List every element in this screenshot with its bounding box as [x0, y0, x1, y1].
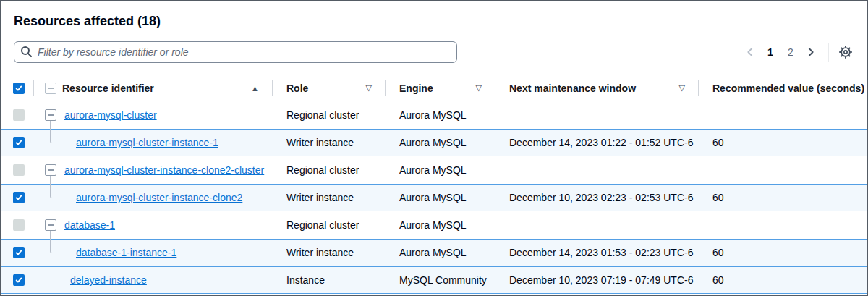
- value-cell: 60: [698, 130, 867, 156]
- value-cell: 60: [698, 240, 867, 266]
- sort-icon-value[interactable]: ▽: [864, 83, 868, 93]
- column-header-resource[interactable]: Resource identifier ▲: [33, 75, 272, 101]
- role-cell: Regional cluster: [272, 101, 385, 129]
- table-row: aurora-mysql-cluster-instance-clone2 Wri…: [1, 184, 867, 211]
- tree-connector: [50, 184, 71, 198]
- select-all-checkbox[interactable]: [13, 83, 25, 94]
- table-row: aurora-mysql-cluster Regional cluster Au…: [1, 101, 867, 129]
- table-row: aurora-mysql-cluster-instance-1 Writer i…: [1, 129, 867, 156]
- engine-cell: MySQL Community: [385, 267, 495, 293]
- row-checkbox[interactable]: [13, 192, 25, 203]
- collapse-row-icon[interactable]: [45, 164, 56, 176]
- window-cell: [495, 211, 698, 239]
- table-toolbar: 1 2: [1, 41, 867, 64]
- column-label-engine: Engine: [399, 83, 433, 94]
- column-header-engine[interactable]: Engine ▽: [385, 75, 495, 101]
- window-cell: [495, 101, 698, 129]
- table-row: database-1 Regional cluster Aurora MySQL: [1, 211, 867, 239]
- checkmark-icon: [14, 84, 23, 93]
- collapse-row-icon[interactable]: [45, 219, 56, 231]
- sort-icon-window[interactable]: ▽: [672, 83, 685, 93]
- page-button-2[interactable]: 2: [782, 43, 799, 61]
- resource-link[interactable]: aurora-mysql-cluster-instance-clone2-clu…: [33, 164, 264, 176]
- window-cell: December 14, 2023 01:53 - 02:23 UTC-6: [495, 240, 698, 266]
- value-cell: [698, 211, 867, 239]
- gear-icon: [838, 45, 853, 59]
- value-cell: 60: [698, 185, 867, 211]
- checkmark-icon: [14, 248, 23, 257]
- table-row: delayed-instance Instance MySQL Communit…: [1, 266, 867, 294]
- filter-container: [14, 41, 457, 63]
- header-select-cell: [1, 75, 33, 101]
- window-cell: December 10, 2023 02:23 - 02:53 UTC-6: [495, 185, 698, 211]
- toolbar-divider: [828, 43, 829, 62]
- collapse-all-icon[interactable]: [45, 83, 56, 94]
- role-cell: Regional cluster: [272, 211, 385, 239]
- row-checkbox-disabled: [13, 219, 25, 231]
- column-label-resource: Resource identifier: [62, 83, 154, 94]
- tree-connector: [50, 239, 71, 253]
- value-cell: [698, 101, 867, 129]
- sort-icon-engine[interactable]: ▽: [469, 83, 482, 93]
- engine-cell: Aurora MySQL: [385, 211, 495, 239]
- role-cell: Instance: [272, 267, 385, 293]
- page-button-1[interactable]: 1: [762, 43, 779, 61]
- value-cell: [698, 156, 867, 184]
- engine-cell: Aurora MySQL: [385, 101, 495, 129]
- role-cell: Regional cluster: [272, 156, 385, 184]
- checkmark-icon: [14, 276, 23, 284]
- role-cell: Writer instance: [272, 240, 385, 266]
- pagination: 1 2: [741, 43, 820, 61]
- resources-affected-panel: Resources affected (18) 1 2: [0, 0, 868, 296]
- row-checkbox-disabled: [13, 109, 25, 121]
- next-page-button[interactable]: [802, 43, 820, 61]
- table-header-row: Resource identifier ▲ Role ▽ Engine ▽ Ne…: [1, 75, 867, 101]
- sort-ascending-icon[interactable]: ▲: [244, 84, 259, 93]
- checkmark-icon: [14, 193, 23, 202]
- sort-icon-role[interactable]: ▽: [359, 83, 372, 93]
- engine-cell: Aurora MySQL: [385, 240, 495, 266]
- window-cell: December 10, 2023 07:19 - 07:49 UTC-6: [495, 267, 698, 293]
- row-checkbox[interactable]: [13, 247, 25, 258]
- engine-cell: Aurora MySQL: [385, 130, 495, 156]
- table-row: database-1-instance-1 Writer instance Au…: [1, 239, 867, 266]
- engine-cell: Aurora MySQL: [385, 185, 495, 211]
- column-label-window: Next maintenance window: [509, 83, 636, 94]
- column-header-value[interactable]: Recommended value (seconds) ▽: [698, 75, 868, 101]
- collapse-row-icon[interactable]: [45, 109, 56, 121]
- value-cell: 60: [698, 267, 867, 293]
- engine-cell: Aurora MySQL: [385, 156, 495, 184]
- tree-connector: [50, 129, 71, 143]
- column-header-window[interactable]: Next maintenance window ▽: [495, 75, 698, 101]
- role-cell: Writer instance: [272, 130, 385, 156]
- preferences-button[interactable]: [836, 43, 855, 62]
- column-label-role: Role: [286, 83, 308, 94]
- row-checkbox[interactable]: [13, 137, 25, 148]
- resource-link[interactable]: delayed-instance: [33, 274, 147, 286]
- column-header-role[interactable]: Role ▽: [272, 75, 385, 101]
- role-cell: Writer instance: [272, 185, 385, 211]
- page-title: Resources affected (18): [14, 13, 867, 29]
- chevron-right-icon: [806, 47, 816, 57]
- window-cell: [495, 156, 698, 184]
- checkmark-icon: [14, 138, 23, 147]
- row-checkbox[interactable]: [13, 274, 25, 286]
- window-cell: December 14, 2023 01:22 - 01:52 UTC-6: [495, 130, 698, 156]
- column-label-value: Recommended value (seconds): [712, 83, 864, 94]
- table-row: aurora-mysql-cluster-instance-clone2-clu…: [1, 156, 867, 184]
- resources-table: Resource identifier ▲ Role ▽ Engine ▽ Ne…: [1, 75, 867, 294]
- filter-input[interactable]: [14, 41, 457, 63]
- previous-page-button[interactable]: [741, 43, 759, 61]
- row-checkbox-disabled: [13, 164, 25, 176]
- chevron-left-icon: [745, 47, 755, 57]
